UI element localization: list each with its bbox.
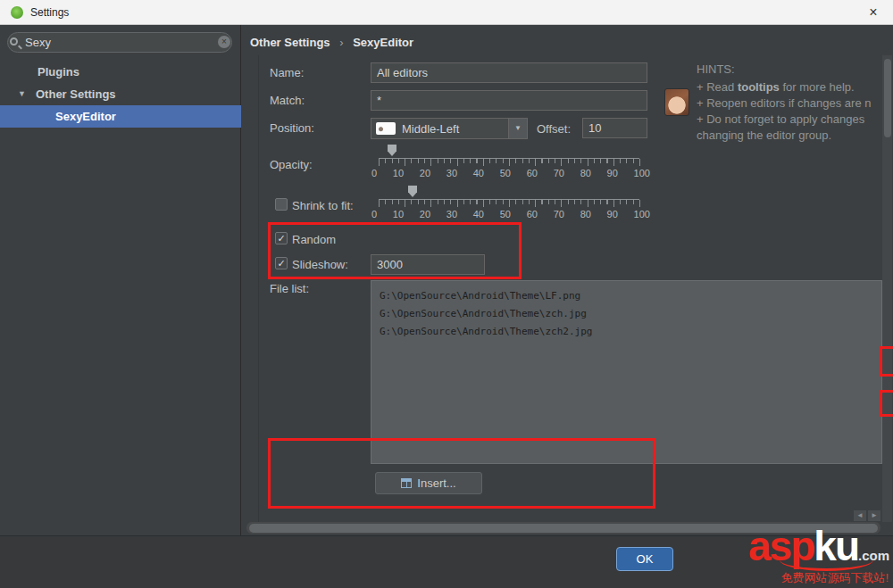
breadcrumb-current: SexyEditor [353,36,413,49]
position-select[interactable]: Middle-Left ▼ [371,118,528,139]
match-label: Match: [270,94,305,107]
watermark: aspku.com 免费网站源码下载站! [705,529,893,588]
offset-label: Offset: [537,122,571,136]
tick-label: 90 [607,209,618,219]
search-icon [10,37,18,46]
tick-label: 60 [527,168,538,178]
settings-app-icon [11,6,23,19]
file-list-item[interactable]: G:\OpenSource\Android\Theme\zch2.jpg [380,323,873,341]
slideshow-checkbox[interactable]: ✓ [275,257,288,269]
tick-label: 60 [527,209,538,219]
tick-label: 90 [607,168,618,178]
name-input[interactable] [371,62,647,83]
sidebar-item-label: Plugins [0,61,241,83]
file-list-item[interactable]: G:\OpenSource\Android\Theme\zch.jpg [380,305,873,323]
scroll-left-icon[interactable]: ◄ [854,510,866,521]
offset-input[interactable] [582,118,647,138]
slider-major-ticks [379,159,640,166]
sidebar-item-sexyeditor[interactable]: SexyEditor [0,105,241,128]
tick-label: 100 [634,209,650,219]
sidebar-item-label: SexyEditor [0,105,241,128]
slider-thumb[interactable] [388,145,396,156]
tick-label: 10 [393,168,404,178]
tick-label: 50 [500,209,511,219]
title-bar: Settings × [0,0,893,25]
hint-line: + Do not forget to apply changes [697,112,864,126]
close-icon[interactable]: × [863,2,884,23]
random-checkbox[interactable]: ✓ [275,232,288,244]
hint-text-bold: tooltips [738,80,780,94]
slider-major-ticks [379,200,640,207]
position-selected-value: Middle-Left [402,122,508,136]
breadcrumb-parent[interactable]: Other Settings [250,36,330,49]
file-list-item[interactable]: G:\OpenSource\Android\Theme\LF.png [380,287,873,305]
window-title: Settings [30,6,69,19]
tick-label: 40 [473,168,484,178]
check-icon: ✓ [277,258,285,269]
tick-label: 0 [371,168,377,178]
clear-search-icon[interactable]: × [218,36,230,48]
position-preview-thumbnail [376,122,396,135]
dropdown-arrow-icon[interactable]: ▼ [508,119,527,138]
hint-text: for more help. [780,80,855,94]
watermark-caption: 免费网站源码下载站! [780,570,889,586]
hint-line: + Read tooltips for more help. [697,80,855,94]
hint-line: + Reopen editors if changes are n [697,96,872,110]
ok-button[interactable]: OK [616,547,673,571]
slideshow-interval-input[interactable] [371,254,485,275]
random-label: Random [292,233,336,246]
sidebar-item-other-settings[interactable]: ▼ Other Settings [0,83,241,105]
opacity-slider[interactable]: 0 10 20 30 40 50 60 70 80 90 100 [375,143,643,182]
form-panel-edge [258,55,259,522]
tick-label: 40 [473,209,484,219]
slider-tick-labels: 0 10 20 30 40 50 60 70 80 90 100 [371,209,650,219]
shrink-to-fit-checkbox[interactable] [275,198,288,211]
search-value: Sexy [25,36,51,49]
tick-label: 20 [420,209,430,219]
tick-label: 30 [446,209,457,219]
tick-label: 100 [634,168,650,178]
table-insert-icon [401,478,412,488]
tick-label: 70 [554,168,564,178]
shrink-to-fit-label: Shrink to fit: [292,199,354,212]
tick-label: 50 [500,168,511,178]
tick-label: 30 [446,168,457,178]
hint-avatar-image [664,88,689,116]
tick-label: 20 [420,168,430,178]
sidebar-item-label: Other Settings [0,83,241,105]
tick-label: 80 [580,209,591,219]
tick-label: 10 [393,209,404,219]
vertical-scrollbar-thumb[interactable] [884,59,891,137]
insert-button-label: Insert... [417,476,455,490]
sidebar-item-plugins[interactable]: Plugins [0,61,241,83]
file-list-label: File list: [270,282,309,295]
name-label: Name: [270,66,304,79]
hint-line: changing the editor group. [697,128,831,142]
tick-label: 80 [580,168,591,178]
insert-button[interactable]: Insert... [375,472,482,494]
settings-dialog: Settings × Sexy × Plugins ▼ Other Settin… [0,0,893,588]
tick-label: 70 [554,209,564,219]
chevron-down-icon[interactable]: ▼ [18,83,26,105]
scroll-right-icon[interactable]: ► [868,510,880,521]
breadcrumb: Other Settings › SexyEditor [250,36,413,49]
slider-tick-labels: 0 10 20 30 40 50 60 70 80 90 100 [371,168,650,178]
opacity-label: Opacity: [270,158,313,171]
hint-text: + Read [697,80,738,94]
breadcrumb-separator-icon: › [333,36,349,49]
slider-thumb[interactable] [408,186,417,197]
slideshow-label: Slideshow: [292,258,348,271]
file-list[interactable]: G:\OpenSource\Android\Theme\LF.png G:\Op… [371,280,882,464]
check-icon: ✓ [277,233,285,244]
tick-label: 0 [371,209,377,219]
hints-title: HINTS: [697,62,735,76]
match-input[interactable] [371,90,647,111]
position-label: Position: [270,121,314,135]
shrink-slider[interactable]: 0 10 20 30 40 50 60 70 80 90 100 [375,184,643,223]
